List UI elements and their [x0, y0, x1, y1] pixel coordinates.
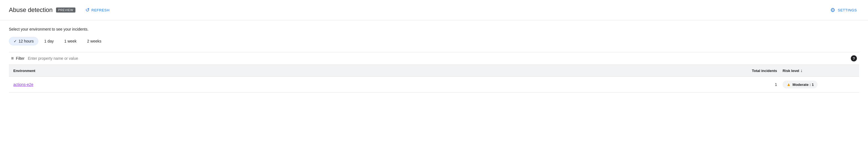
filter-label: ≡ Filter	[9, 56, 24, 61]
subtitle-text: Select your environment to see your inci…	[9, 27, 859, 31]
risk-level-cell: ▲ Moderate : 1	[783, 81, 855, 89]
time-filter-12hours[interactable]: ✓ 12 hours	[9, 37, 38, 45]
preview-badge: PREVIEW	[56, 7, 75, 13]
check-icon: ✓	[13, 39, 17, 43]
incident-count: 1	[721, 82, 777, 87]
column-total-incidents: Total incidents	[721, 69, 777, 73]
column-risk-level: Risk level ↓	[783, 68, 855, 73]
help-icon[interactable]: ?	[851, 55, 857, 61]
filter-bar: ≡ Filter ?	[9, 52, 859, 65]
page-title: Abuse detection	[9, 6, 53, 14]
sort-icon[interactable]: ↓	[800, 68, 803, 73]
environment-link[interactable]: actions-e2e	[13, 82, 721, 87]
table-row: actions-e2e 1 ▲ Moderate : 1	[9, 77, 859, 93]
filter-icon: ≡	[11, 56, 13, 61]
refresh-button[interactable]: ↺ REFRESH	[83, 5, 112, 15]
risk-badge: ▲ Moderate : 1	[783, 81, 817, 89]
time-filter-group: ✓ 12 hours 1 day 1 week 2 weeks	[9, 37, 859, 45]
time-filter-1day[interactable]: 1 day	[39, 37, 58, 45]
time-filter-1week[interactable]: 1 week	[60, 37, 81, 45]
column-environment: Environment	[13, 69, 721, 73]
gear-icon: ⚙	[830, 7, 836, 13]
refresh-icon: ↺	[85, 7, 90, 13]
page-header: Abuse detection PREVIEW ↺ REFRESH ⚙ SETT…	[0, 0, 868, 20]
filter-input[interactable]	[28, 55, 851, 62]
table-header: Environment Total incidents Risk level ↓	[9, 65, 859, 77]
warning-icon: ▲	[786, 82, 791, 87]
settings-button[interactable]: ⚙ SETTINGS	[828, 5, 859, 15]
time-filter-2weeks[interactable]: 2 weeks	[82, 37, 106, 45]
main-content: Select your environment to see your inci…	[0, 20, 868, 93]
